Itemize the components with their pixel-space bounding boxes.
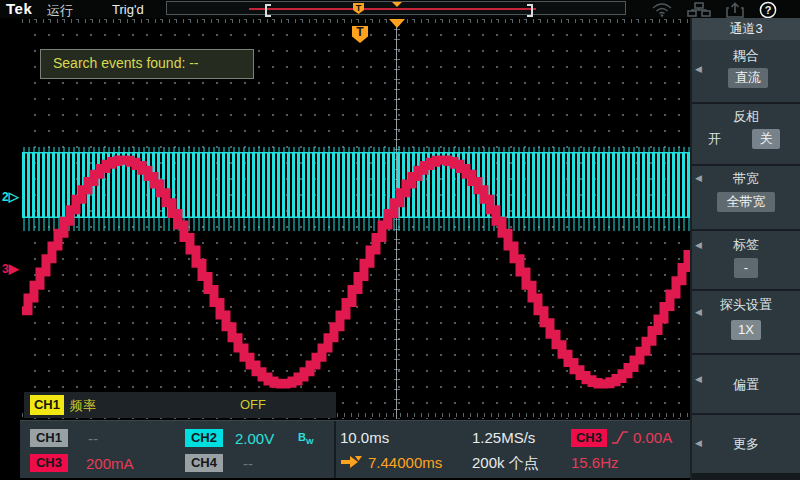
horizontal-delay: 7.44000ms [368,454,442,471]
expansion-point-mini-icon[interactable] [392,2,402,7]
ch4-scale: -- [243,455,253,472]
bandwidth-side-arrow-icon[interactable]: ◀ [695,173,702,183]
invert-on-option[interactable]: 开 [708,130,721,148]
trigger-slope-icon [610,428,630,446]
ch2-marker-arrow-icon: ▷ [9,189,19,204]
invert-off-option[interactable]: 关 [752,129,780,149]
ch3-position-marker[interactable]: 3▶ [2,261,19,276]
ch2-bandwidth-limit-icon: BW [298,431,314,446]
section-divider [692,164,800,166]
probe-setup-side-arrow-icon[interactable]: ◀ [695,307,702,317]
bandwidth-label: 带宽 [692,170,800,188]
wifi-icon [650,2,674,17]
horizontal-scale: 10.0ms [340,429,389,446]
record-view-right-bracket [527,4,533,17]
bandwidth-value-button[interactable]: 全带宽 [717,192,775,212]
probe-setup-value-button[interactable]: 1X [731,320,761,340]
trigger-source-badge[interactable]: CH3 [571,429,607,447]
waveform-graticule: T [22,19,690,419]
status-divider [334,421,336,478]
section-divider [692,413,800,415]
ch2-scale: 2.00V [235,430,274,447]
side-menu-title: 通道3 [692,18,800,40]
tek-logo: Tek [6,0,32,17]
measurement-source-badge: CH1 [30,395,64,415]
coupling-side-arrow-icon[interactable]: ◀ [695,64,702,74]
ch2-marker-number: 2 [2,190,9,204]
ch2-position-marker[interactable]: 2▷ [2,189,19,204]
horizontal-position-bar[interactable]: T [166,1,626,15]
ch2-badge[interactable]: CH2 [185,429,223,447]
top-bar: Tek 运行 Trig'd T ? [0,0,800,18]
ch3-scale: 200mA [86,455,134,472]
waveform-traces [22,19,690,419]
svg-text:?: ? [765,4,772,16]
trigger-status: Trig'd [112,2,144,17]
network-icon [687,2,711,17]
acquisition-status: 运行 [47,2,73,20]
label-value-button[interactable]: - [734,258,758,278]
trigger-frequency: 15.6Hz [571,454,619,471]
help-icon[interactable]: ? [759,1,777,19]
measurement-type-label: 频率 [70,397,96,415]
label-side-arrow-icon[interactable]: ◀ [695,240,702,250]
section-divider [692,289,800,291]
section-divider [692,353,800,355]
trigger-level: 0.00A [633,429,672,446]
section-divider [692,102,800,104]
ch1-badge[interactable]: CH1 [30,429,68,447]
more-side-arrow-icon[interactable]: ◀ [695,438,702,448]
side-menu-channel3: 通道3 耦合 直流 ◀ 反相 开 关 带宽 全带宽 ◀ 标签 - ◀ 探头设置 … [690,18,800,480]
record-view-left-bracket [265,4,271,17]
record-length: 200k 个点 [472,454,539,473]
offset-side-arrow-icon[interactable]: ◀ [695,374,702,384]
coupling-value-button[interactable]: 直流 [728,68,768,88]
measurement-value: OFF [240,397,266,412]
record-view-line [249,8,536,10]
status-bar: CH1 -- CH2 2.00V BW CH3 200mA CH4 -- 10.… [20,420,690,478]
delay-arrow-icon [340,455,364,471]
trigger-position-mini-icon[interactable]: T [353,3,364,14]
more-label: 更多 [692,435,800,453]
label-label: 标签 [692,236,800,254]
search-events-text: Search events found: -- [53,55,199,71]
ch3-marker-number: 3 [2,262,9,276]
trigger-point-marker[interactable] [389,19,405,28]
search-events-banner: Search events found: -- [40,49,254,79]
oscilloscope-screen: Tek 运行 Trig'd T ? [0,0,800,480]
ch4-badge[interactable]: CH4 [185,454,223,472]
side-menu-footer [692,473,800,480]
invert-label: 反相 [692,108,800,126]
file-share-icon [725,2,747,18]
sample-rate: 1.25MS/s [472,429,535,446]
ch1-scale: -- [88,430,98,447]
ch3-badge[interactable]: CH3 [30,454,68,472]
ch3-marker-arrow-icon: ▶ [9,261,19,276]
offset-label: 偏置 [692,376,800,394]
probe-setup-label: 探头设置 [692,296,800,314]
measurement-bar[interactable]: CH1 频率 OFF [24,392,336,418]
section-divider [692,229,800,231]
coupling-label: 耦合 [692,47,800,65]
